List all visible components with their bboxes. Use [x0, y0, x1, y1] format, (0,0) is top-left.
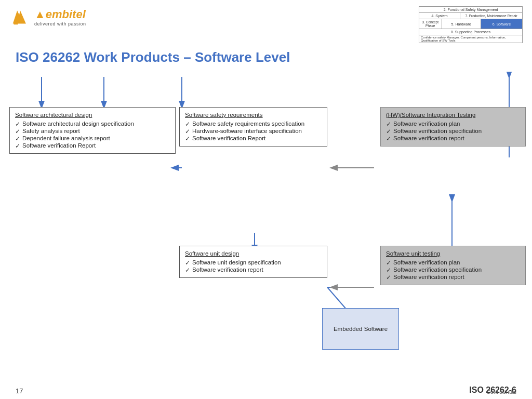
list-item: Software verification plan	[386, 120, 520, 127]
list-item: Software verification specification	[386, 127, 520, 135]
safety-req-box: Software safety requirements Software sa…	[179, 107, 327, 147]
mini-support-cell: 8. Supporting Processes	[419, 29, 522, 35]
mini-footer-cell: Confidence safety Manager, Competent per…	[419, 35, 522, 43]
unit-design-title: Software unit design	[185, 250, 322, 257]
safety-req-list: Software safety requirements specificati…	[185, 120, 322, 142]
mini-sw-cell: 6. Software	[481, 19, 522, 29]
hw-sw-title: (HW)/Software Integration Testing	[386, 112, 520, 118]
unit-testing-list: Software verification plan Software veri…	[386, 259, 520, 281]
list-item: Software verification report	[185, 266, 322, 273]
mini-production-cell: 7. Production, Maintenance Repair	[460, 13, 522, 19]
mini-system-cell: 4. System	[419, 13, 460, 19]
list-item: Safety analysis report	[15, 127, 170, 135]
footer-confidential: Confidential	[486, 389, 516, 395]
diagram-area: Software architectural design Software a…	[0, 72, 532, 342]
arch-design-title: Software architectural design	[15, 112, 170, 118]
footer: 17 ISO 26262-6	[0, 381, 532, 399]
unit-design-list: Software unit design specification Softw…	[185, 259, 322, 273]
logo-tagline: delivered with passion	[34, 21, 86, 26]
page-title: ISO 26262 Work Products – Software Level	[0, 43, 532, 70]
arch-design-box: Software architectural design Software a…	[9, 107, 176, 154]
hw-sw-integration-box: (HW)/Software Integration Testing Softwa…	[380, 107, 526, 147]
unit-testing-title: Software unit testing	[386, 250, 520, 257]
list-item: Software verification Report	[15, 142, 170, 149]
safety-req-title: Software safety requirements	[185, 112, 322, 118]
logo-icon	[9, 6, 31, 28]
mini-row1: 2. Functional Safety Management	[419, 7, 522, 12]
logo: ▲embitel delivered with passion	[9, 6, 86, 28]
arch-design-list: Software architectural design specificat…	[15, 120, 170, 149]
hw-sw-list: Software verification plan Software veri…	[386, 120, 520, 142]
list-item: Software safety requirements specificati…	[185, 120, 322, 127]
list-item: Software verification report	[386, 273, 520, 281]
unit-design-box: Software unit design Software unit desig…	[179, 246, 327, 278]
list-item: Software unit design specification	[185, 259, 322, 266]
logo-name: ▲embitel	[34, 8, 86, 21]
list-item: Software verification Report	[185, 135, 322, 142]
mini-diagram: 2. Functional Safety Management 4. Syste…	[419, 6, 523, 43]
list-item: Software verification report	[386, 135, 520, 142]
list-item: Dependent failure analysis report	[15, 135, 170, 142]
embedded-box: Embedded Software	[322, 308, 399, 350]
list-item: Software verification specification	[386, 266, 520, 273]
page-number: 17	[16, 387, 23, 395]
list-item: Software verification plan	[386, 259, 520, 266]
unit-testing-box: Software unit testing Software verificat…	[380, 246, 526, 285]
list-item: Software architectural design specificat…	[15, 120, 170, 127]
list-item: Hardware-software interface specificatio…	[185, 127, 322, 135]
mini-concept-cell: 3. Concept Phase	[419, 19, 442, 29]
header: ▲embitel delivered with passion 2. Funct…	[0, 0, 532, 43]
embedded-title: Embedded Software	[334, 326, 388, 332]
mini-hw-cell: 5. Hardware	[442, 19, 481, 29]
